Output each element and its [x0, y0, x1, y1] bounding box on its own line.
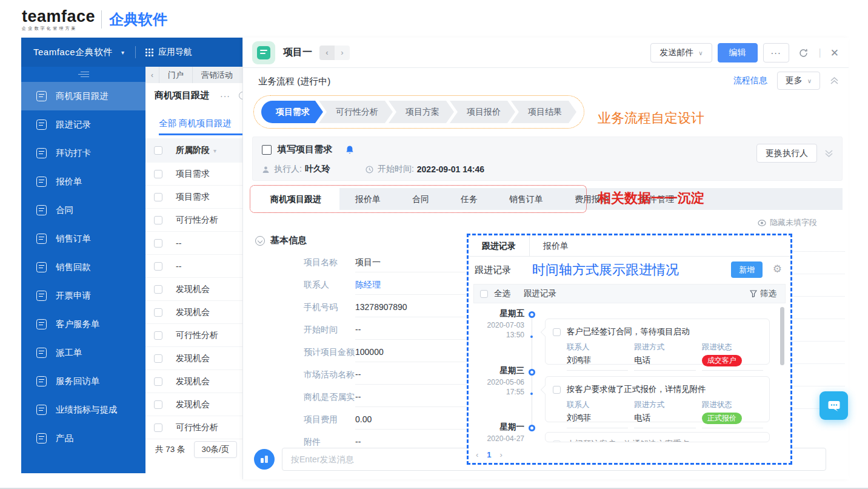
table-row[interactable]: 项目需求: [145, 186, 242, 209]
payment-icon: [36, 262, 47, 272]
card-checkbox[interactable]: [553, 386, 561, 394]
table-row[interactable]: 可行性分析: [145, 209, 242, 232]
sidebar-item-follow-record[interactable]: 跟进记录: [21, 110, 145, 139]
row-checkbox[interactable]: [154, 193, 162, 201]
table-row[interactable]: 发现机会: [145, 301, 242, 324]
collapse-up-icon[interactable]: [830, 76, 839, 85]
sidebar-item-opportunity-follow[interactable]: 商机项目跟进: [21, 82, 145, 110]
table-row[interactable]: 项目需求: [145, 163, 242, 186]
column-header-stage[interactable]: 所属阶段: [176, 145, 210, 156]
workspace-caret-icon[interactable]: ▾: [121, 49, 124, 56]
row-checkbox[interactable]: [154, 239, 162, 248]
tab-opportunity-follow[interactable]: 商机项目跟进: [252, 188, 339, 210]
tabbar-prev-icon[interactable]: ‹: [145, 71, 159, 79]
stage-feasibility[interactable]: 可行性分析: [319, 101, 393, 123]
stage-plan[interactable]: 项目方案: [389, 101, 454, 123]
tab-portal[interactable]: 门户: [159, 67, 192, 83]
gear-icon[interactable]: ⚙: [773, 263, 782, 275]
table-row[interactable]: 发现机会: [145, 393, 242, 416]
sidebar-item-contract[interactable]: 合同: [21, 196, 145, 224]
sidebar-item-visit-checkin[interactable]: 拜访打卡: [21, 139, 145, 167]
refresh-icon[interactable]: [798, 48, 809, 58]
app-nav-label[interactable]: 应用导航: [158, 47, 192, 58]
row-checkbox[interactable]: [154, 354, 162, 363]
followup-card[interactable]: 客户已经签订合同，等待项目启动 联系人刘鸿菲 跟进方式电话 跟进状态成交客户: [545, 319, 770, 365]
timeline-scrollbar[interactable]: [780, 307, 784, 365]
stage-requirement[interactable]: 项目需求: [261, 101, 323, 123]
overlay-tab-followups[interactable]: 跟进记录: [469, 235, 530, 256]
sort-caret-icon[interactable]: ▾: [213, 147, 216, 154]
change-executor-button[interactable]: 更换执行人: [756, 144, 817, 163]
followup-card[interactable]: 按客户要求做了正式报价，详情见附件 联系人刘鸿菲 跟进方式电话 跟进状态正式报价: [545, 376, 770, 422]
row-checkbox[interactable]: [154, 331, 162, 340]
row-checkbox[interactable]: [154, 400, 162, 409]
filter-button[interactable]: 筛选: [750, 288, 776, 299]
select-all-checkbox[interactable]: [480, 290, 488, 298]
select-all-checkbox[interactable]: [154, 146, 162, 155]
field-label: 预计项目金额: [304, 347, 355, 358]
page-size-select[interactable]: 30条/页: [194, 441, 238, 458]
followup-card-clipped[interactable]: 上门拜访客户，沟通解决方案重点: [545, 432, 770, 442]
more-actions-button[interactable]: ···: [763, 43, 789, 62]
tab-sales-order[interactable]: 销售订单: [493, 188, 559, 210]
current-page[interactable]: 1: [487, 450, 491, 459]
row-checkbox[interactable]: [154, 170, 162, 178]
row-checkbox[interactable]: [154, 423, 162, 432]
card-checkbox[interactable]: [553, 328, 561, 336]
tab-quotation[interactable]: 报价单: [339, 188, 396, 210]
section-basic-info[interactable]: 基本信息: [255, 235, 307, 246]
table-row[interactable]: 可行性分析: [145, 324, 242, 347]
sidebar-item-invoice-request[interactable]: 开票申请: [21, 282, 145, 310]
workspace-name[interactable]: Teamface企典软件: [33, 47, 113, 58]
add-button[interactable]: 新增: [731, 261, 763, 278]
table-row[interactable]: --: [145, 232, 242, 255]
process-info-link[interactable]: 流程信息: [733, 75, 767, 86]
edit-button[interactable]: 编辑: [718, 43, 758, 62]
tab-task[interactable]: 任务: [445, 188, 493, 210]
sidebar-item-sales-order[interactable]: 销售订单: [21, 224, 145, 253]
record-title: 项目一: [283, 46, 312, 59]
tab-marketing[interactable]: 营销活动: [192, 67, 241, 83]
row-checkbox[interactable]: [154, 285, 162, 294]
page-next-icon[interactable]: ›: [500, 450, 502, 459]
overlay-tab-quotation[interactable]: 报价单: [530, 235, 582, 256]
row-checkbox[interactable]: [154, 262, 162, 271]
field-value-link[interactable]: 陈经理: [355, 280, 381, 291]
table-row[interactable]: --: [145, 255, 242, 278]
send-mail-button[interactable]: 发送邮件∨: [650, 43, 712, 62]
view-tab-all[interactable]: 全部 商机项目跟进: [159, 118, 232, 129]
table-row[interactable]: 发现机会: [145, 347, 242, 370]
next-record-button[interactable]: ›: [335, 46, 350, 60]
sidebar-item-dispatch-order[interactable]: 派工单: [21, 339, 145, 367]
date: 2020-04-27: [473, 434, 524, 442]
sidebar-collapse-button[interactable]: [21, 67, 145, 82]
chat-fab-button[interactable]: [820, 391, 848, 420]
row-checkbox[interactable]: [154, 216, 162, 224]
tab-contract[interactable]: 合同: [396, 188, 445, 210]
row-checkbox[interactable]: [154, 308, 162, 317]
sidebar-item-product[interactable]: 产品: [21, 424, 145, 453]
sidebar-item-customer-service[interactable]: 客户服务单: [21, 310, 145, 339]
stage-result[interactable]: 项目结果: [511, 101, 576, 123]
card-checkbox[interactable]: [553, 440, 561, 443]
sidebar-item-service-revisit[interactable]: 服务回访单: [21, 367, 145, 396]
form-row: 商机是否属实--: [243, 386, 470, 408]
sidebar-item-kpi-commission[interactable]: 业绩指标与提成: [21, 396, 145, 424]
sidebar-item-sales-payment[interactable]: 销售回款: [21, 253, 145, 282]
bell-icon[interactable]: [346, 145, 354, 155]
process-more-button[interactable]: 更多∨: [777, 72, 820, 90]
app-grid-icon[interactable]: [145, 49, 153, 56]
prev-record-button[interactable]: ‹: [319, 46, 335, 60]
stage-quote[interactable]: 项目报价: [450, 101, 515, 123]
expand-down-icon[interactable]: [824, 149, 833, 158]
sidebar-item-quotation[interactable]: 报价单: [21, 167, 145, 196]
table-row[interactable]: 发现机会: [145, 370, 242, 393]
table-row[interactable]: 发现机会: [145, 278, 242, 301]
list-more-icon[interactable]: ···: [220, 91, 230, 101]
table-row[interactable]: 可行性分析: [145, 416, 242, 439]
row-checkbox[interactable]: [154, 377, 162, 386]
page-prev-icon[interactable]: ‹: [476, 450, 478, 459]
task-checkbox[interactable]: [262, 145, 272, 155]
hide-empty-fields-toggle[interactable]: 隐藏未填字段: [758, 217, 817, 228]
close-icon[interactable]: ✕: [830, 47, 839, 59]
